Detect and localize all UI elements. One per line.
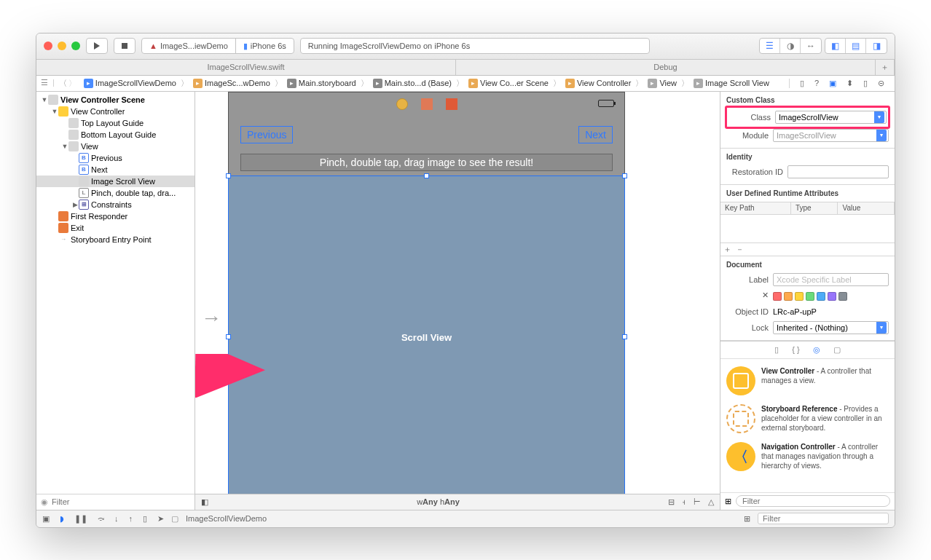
toggle-debug-button[interactable]: ▤ [846, 39, 866, 53]
zoom-window-button[interactable] [71, 42, 80, 50]
breadcrumb-item[interactable]: ▸View [645, 79, 680, 88]
library-item[interactable]: Storyboard Reference - Provides a placeh… [720, 400, 895, 438]
outline-row[interactable]: ▶⊞Constraints [36, 199, 195, 210]
step-into-icon[interactable]: ↓ [114, 514, 119, 524]
tab-debug[interactable]: Debug [456, 60, 876, 75]
image-scroll-view[interactable]: Scroll View [228, 176, 625, 494]
library-filter-input[interactable] [736, 495, 890, 507]
toggle-utilities-button[interactable]: ◨ [866, 39, 887, 53]
outline-row[interactable]: Bottom Layout Guide [36, 129, 195, 141]
outline-row[interactable]: ▼View Controller Scene [36, 94, 195, 106]
class-input[interactable]: ImageScrollView [775, 111, 887, 124]
attributes-inspector-icon[interactable]: ⬍ [846, 79, 853, 88]
col-keypath[interactable]: Key Path [720, 202, 791, 214]
breadcrumb-item[interactable]: ▸View Controller [562, 79, 634, 88]
lock-select[interactable]: Inherited - (Nothing) [773, 321, 889, 334]
outline-row[interactable]: →Storyboard Entry Point [36, 234, 195, 245]
minimize-window-button[interactable] [58, 42, 66, 50]
stack-icon[interactable]: ⊟ [668, 497, 675, 507]
udra-table-body[interactable] [720, 215, 895, 242]
module-label: Module [726, 131, 769, 140]
step-over-icon[interactable]: ⤼ [98, 514, 104, 524]
activity-status: Running ImageScrollViewDemo on iPhone 6s [300, 38, 650, 54]
outline-row[interactable]: Top Layout Guide [36, 117, 195, 129]
hide-debug-icon[interactable]: ▣ [42, 514, 50, 524]
related-items-icon[interactable]: ☰ [41, 78, 48, 89]
media-library-icon[interactable]: ▢ [833, 345, 841, 355]
outline-row[interactable]: Exit [36, 222, 195, 234]
location-icon[interactable]: ➤ [157, 514, 164, 524]
resolve-icon[interactable]: △ [708, 497, 714, 507]
outline-row[interactable]: BNext [36, 164, 195, 176]
breadcrumb-item[interactable]: ▸Main.storyboard [284, 79, 359, 88]
restoration-id-input[interactable] [787, 165, 889, 178]
version-editor-button[interactable]: ↔ [801, 39, 821, 53]
assistant-editor-button[interactable]: ◑ [780, 39, 801, 53]
quick-help-icon[interactable]: ? [814, 79, 819, 88]
col-value[interactable]: Value [838, 202, 895, 214]
col-type[interactable]: Type [791, 202, 838, 214]
library-item[interactable]: 〈Navigation Controller - A controller th… [720, 438, 895, 476]
pause-icon[interactable]: ❚❚ [74, 514, 87, 524]
breadcrumb-item[interactable]: ▸ImageScrollViewDemo [81, 79, 179, 88]
battery-icon [598, 100, 614, 107]
toggle-navigator-button[interactable]: ◧ [825, 39, 846, 53]
filter-icon: ◉ [41, 497, 48, 507]
object-library-icon[interactable]: ◎ [813, 345, 820, 355]
scheme-selector[interactable]: ▲ImageS...iewDemo ▮iPhone 6s [141, 38, 294, 54]
outline-row[interactable]: First Responder [36, 210, 195, 222]
console-filter-input[interactable] [758, 513, 889, 524]
go-forward-button[interactable]: 〉 [68, 78, 76, 89]
label-color-swatches[interactable] [773, 292, 847, 301]
outline-row[interactable]: Image Scroll View [36, 176, 195, 187]
breakpoint-toggle-icon[interactable]: ◗ [60, 514, 64, 524]
scheme-device: iPhone 6s [251, 42, 286, 50]
align-icon[interactable]: ⫞ [682, 497, 686, 507]
breadcrumb[interactable]: ▸ImageScrollViewDemo〉▸ImageSc...wDemo〉▸M… [81, 78, 789, 89]
previous-button[interactable]: Previous [240, 126, 293, 143]
doc-outline-toggle-icon[interactable]: ◧ [201, 497, 208, 507]
breadcrumb-item[interactable]: ▸ImageSc...wDemo [190, 79, 273, 88]
console-grid-icon[interactable]: ⊞ [744, 514, 750, 524]
size-class-bar[interactable]: ◧ wAny hAny ⊟ ⫞ ⊢ △ [195, 494, 720, 510]
next-button[interactable]: Next [578, 126, 613, 143]
outline-row[interactable]: BPrevious [36, 152, 195, 164]
stop-button[interactable] [114, 38, 135, 54]
file-inspector-icon[interactable]: ▯ [800, 79, 804, 88]
svg-line-1 [195, 368, 254, 370]
library-item[interactable]: View Controller - A controller that mana… [720, 362, 895, 400]
object-id-value: LRc-aP-upP [773, 307, 817, 316]
identity-inspector-icon[interactable]: ▣ [829, 79, 836, 88]
document-section: Document Label Xcode Specific Label ✕ [720, 256, 895, 341]
tab-add-button[interactable]: ＋ [876, 60, 895, 75]
object-library: ▯ { } ◎ ▢ View Controller - A controller… [720, 341, 895, 510]
connections-inspector-icon[interactable]: ⊝ [878, 79, 884, 88]
library-grid-icon[interactable]: ⊞ [725, 497, 731, 506]
module-input[interactable]: ImageScrollView [773, 129, 889, 142]
step-out-icon[interactable]: ↑ [129, 514, 133, 524]
go-back-button[interactable]: 〈 [59, 78, 67, 89]
doc-label-input[interactable]: Xcode Specific Label [773, 273, 889, 286]
size-inspector-icon[interactable]: ▯ [863, 79, 868, 88]
outline-filter-input[interactable] [52, 497, 190, 506]
scene-arrow-icon: → [201, 307, 221, 330]
standard-editor-button[interactable]: ☰ [760, 39, 780, 53]
tab-file[interactable]: ImageScrollView.swift [36, 60, 456, 75]
code-snippet-library-icon[interactable]: { } [792, 345, 799, 354]
outline-row[interactable]: ▼View [36, 141, 195, 152]
breadcrumb-item[interactable]: ▸Image Scroll View [691, 79, 772, 88]
outline-row[interactable]: ▼View Controller [36, 106, 195, 117]
pin-icon[interactable]: ⊢ [694, 497, 701, 507]
udra-add-button[interactable]: ＋ [723, 244, 731, 255]
scheme-app: ImageS...iewDemo [160, 42, 228, 50]
file-template-library-icon[interactable]: ▯ [774, 345, 779, 355]
breadcrumb-item[interactable]: ▸View Co...er Scene [466, 79, 551, 88]
debug-target-label[interactable]: ImageScrollViewDemo [186, 514, 267, 523]
outline-row[interactable]: LPinch, double tap, dra... [36, 187, 195, 199]
run-button[interactable] [86, 38, 108, 54]
interface-builder-canvas[interactable]: Previous Next Pinch, double tap, drag im… [195, 92, 895, 510]
udra-remove-button[interactable]: － [736, 244, 744, 255]
close-window-button[interactable] [44, 42, 52, 50]
debug-view-icon[interactable]: ▯ [143, 514, 147, 524]
breadcrumb-item[interactable]: ▸Main.sto...d (Base) [370, 79, 455, 88]
